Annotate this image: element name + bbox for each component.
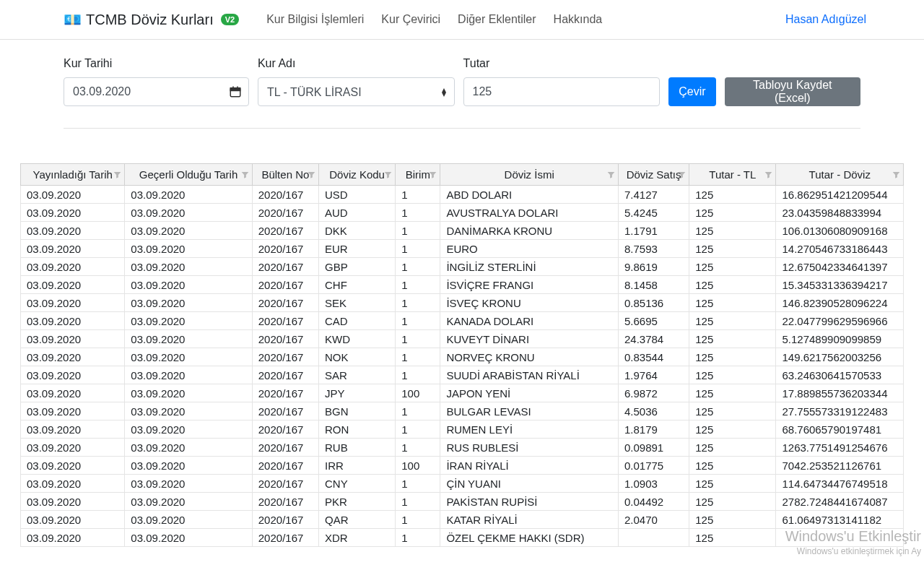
table-cell: 03.09.2020 bbox=[125, 312, 252, 330]
table-row[interactable]: 03.09.202003.09.20202020/167RUB1RUS RUBL… bbox=[21, 439, 904, 457]
user-link[interactable]: Hasan Adıgüzel bbox=[785, 13, 866, 26]
table-row[interactable]: 03.09.202003.09.20202020/167PKR1PAKİSTAN… bbox=[21, 493, 904, 511]
table-cell: 1 bbox=[396, 312, 440, 330]
table-cell: 03.09.2020 bbox=[125, 529, 252, 547]
table-cell: 03.09.2020 bbox=[21, 384, 125, 402]
currency-group: Kur Adı TL - TÜRK LİRASI ▴▾ bbox=[258, 57, 455, 106]
table-cell: ÇİN YUANI bbox=[440, 475, 619, 493]
table-cell: QAR bbox=[318, 511, 395, 529]
column-header[interactable]: Döviz Kodu bbox=[318, 164, 395, 186]
table-cell: 2782.7248441674087 bbox=[776, 493, 904, 511]
table-cell: 0.85136 bbox=[618, 294, 689, 312]
nav-link-kur-cevirici[interactable]: Kur Çevirici bbox=[372, 10, 449, 29]
table-cell: 1.9764 bbox=[618, 366, 689, 384]
table-row[interactable]: 03.09.202003.09.20202020/167JPY100JAPON … bbox=[21, 384, 904, 402]
table-cell: 2020/167 bbox=[252, 240, 318, 258]
table-cell: 03.09.2020 bbox=[125, 420, 252, 439]
table-cell: 125 bbox=[689, 204, 776, 222]
table-cell: KATAR RİYALİ bbox=[440, 511, 619, 529]
table-row[interactable]: 03.09.202003.09.20202020/167IRR100İRAN R… bbox=[21, 457, 904, 475]
table-cell: KANADA DOLARI bbox=[440, 312, 619, 330]
nav-link-kur-bilgisi[interactable]: Kur Bilgisi İşlemleri bbox=[258, 10, 372, 29]
table-row[interactable]: 03.09.202003.09.20202020/167EUR1EURO8.75… bbox=[21, 240, 904, 258]
table-cell: 2020/167 bbox=[252, 457, 318, 475]
table-cell: 0.09891 bbox=[618, 439, 689, 457]
currency-select[interactable]: TL - TÜRK LİRASI bbox=[258, 77, 455, 106]
column-header[interactable]: Geçerli Olduğu Tarih bbox=[125, 164, 252, 186]
table-cell: 7.4127 bbox=[618, 186, 689, 204]
column-header[interactable]: Tutar - Döviz bbox=[776, 164, 904, 186]
table-row[interactable]: 03.09.202003.09.20202020/167CNY1ÇİN YUAN… bbox=[21, 475, 904, 493]
nav-link-diger-eklentiler[interactable]: Diğer Eklentiler bbox=[449, 10, 544, 29]
table-row[interactable]: 03.09.202003.09.20202020/167KWD1KUVEYT D… bbox=[21, 330, 904, 348]
column-header[interactable]: Yayınladığı Tarih bbox=[21, 164, 125, 186]
table-cell: 1263.7751491254676 bbox=[776, 439, 904, 457]
table-cell: 1 bbox=[396, 511, 440, 529]
column-header[interactable]: Döviz Satış bbox=[618, 164, 689, 186]
table-cell: JPY bbox=[318, 384, 395, 402]
table-cell: 2020/167 bbox=[252, 511, 318, 529]
table-cell: 5.4245 bbox=[618, 204, 689, 222]
table-cell: 2020/167 bbox=[252, 493, 318, 511]
table-cell: 2020/167 bbox=[252, 312, 318, 330]
table-cell: 2020/167 bbox=[252, 384, 318, 402]
table-cell: BGN bbox=[318, 402, 395, 420]
table-cell: 125 bbox=[689, 240, 776, 258]
table-cell: PAKİSTAN RUPİSİ bbox=[440, 493, 619, 511]
table-cell: 2020/167 bbox=[252, 186, 318, 204]
table-cell: 1.8179 bbox=[618, 420, 689, 439]
table-cell: 2020/167 bbox=[252, 529, 318, 547]
table-cell: 17.889855736203344 bbox=[776, 384, 904, 402]
export-excel-button[interactable]: Tabloyu Kaydet (Excel) bbox=[725, 77, 860, 106]
nav-link-hakkinda[interactable]: Hakkında bbox=[545, 10, 611, 29]
column-header[interactable]: Bülten No bbox=[252, 164, 318, 186]
table-cell: 03.09.2020 bbox=[21, 457, 125, 475]
table-row[interactable]: 03.09.202003.09.20202020/167USD1ABD DOLA… bbox=[21, 186, 904, 204]
table-row[interactable]: 03.09.202003.09.20202020/167NOK1NORVEÇ K… bbox=[21, 348, 904, 366]
table-row[interactable]: 03.09.202003.09.20202020/167DKK1DANİMARK… bbox=[21, 222, 904, 240]
table-cell: GBP bbox=[318, 258, 395, 276]
column-header[interactable]: Döviz İsmi bbox=[440, 164, 619, 186]
column-header[interactable]: Tutar - TL bbox=[689, 164, 776, 186]
table-cell: 03.09.2020 bbox=[21, 186, 125, 204]
table-cell: 03.09.2020 bbox=[21, 439, 125, 457]
table-cell: RUS RUBLESİ bbox=[440, 439, 619, 457]
nav-links: Kur Bilgisi İşlemleri Kur Çevirici Diğer… bbox=[258, 10, 611, 29]
table-row[interactable]: 03.09.202003.09.20202020/167BGN1BULGAR L… bbox=[21, 402, 904, 420]
column-header[interactable]: Birim bbox=[396, 164, 440, 186]
table-row[interactable]: 03.09.202003.09.20202020/167QAR1KATAR Rİ… bbox=[21, 511, 904, 529]
table-row[interactable]: 03.09.202003.09.20202020/167SAR1SUUDİ AR… bbox=[21, 366, 904, 384]
table-cell: 1 bbox=[396, 258, 440, 276]
table-row[interactable]: 03.09.202003.09.20202020/167RON1RUMEN LE… bbox=[21, 420, 904, 439]
date-input[interactable] bbox=[64, 77, 249, 106]
table-row[interactable]: 03.09.202003.09.20202020/167CHF1İSVİÇRE … bbox=[21, 276, 904, 294]
table-cell: 22.047799629596966 bbox=[776, 312, 904, 330]
table-cell: 1 bbox=[396, 222, 440, 240]
table-cell: 03.09.2020 bbox=[125, 186, 252, 204]
amount-input[interactable] bbox=[463, 77, 661, 106]
table-row[interactable]: 03.09.202003.09.20202020/167SEK1İSVEÇ KR… bbox=[21, 294, 904, 312]
form-container: Kur Tarihi Kur Adı TL - TÜRK LİRASI ▴▾ bbox=[0, 40, 924, 129]
table-cell: 1 bbox=[396, 475, 440, 493]
table-cell: 24.3784 bbox=[618, 330, 689, 348]
table-cell: 1 bbox=[396, 240, 440, 258]
table-cell: EUR bbox=[318, 240, 395, 258]
rates-table: Yayınladığı TarihGeçerli Olduğu TarihBül… bbox=[20, 163, 904, 547]
table-row[interactable]: 03.09.202003.09.20202020/167XDR1ÖZEL ÇEK… bbox=[21, 529, 904, 547]
table-cell: 03.09.2020 bbox=[125, 457, 252, 475]
table-cell: 125 bbox=[689, 529, 776, 547]
table-cell: JAPON YENİ bbox=[440, 384, 619, 402]
table-cell: 114.64734476749518 bbox=[776, 475, 904, 493]
table-cell: 63.24630641570533 bbox=[776, 366, 904, 384]
brand[interactable]: 💶 TCMB Döviz Kurları V2 bbox=[64, 11, 239, 28]
table-row[interactable]: 03.09.202003.09.20202020/167CAD1KANADA D… bbox=[21, 312, 904, 330]
table-cell: 03.09.2020 bbox=[125, 258, 252, 276]
table-cell: 1 bbox=[396, 348, 440, 366]
table-row[interactable]: 03.09.202003.09.20202020/167AUD1AVUSTRAL… bbox=[21, 204, 904, 222]
table-cell: 1 bbox=[396, 493, 440, 511]
table-cell: 15.345331336394217 bbox=[776, 276, 904, 294]
table-cell: 03.09.2020 bbox=[21, 402, 125, 420]
table-row[interactable]: 03.09.202003.09.20202020/167GBP1İNGİLİZ … bbox=[21, 258, 904, 276]
table-cell: 125 bbox=[689, 493, 776, 511]
convert-button[interactable]: Çevir bbox=[668, 77, 715, 106]
